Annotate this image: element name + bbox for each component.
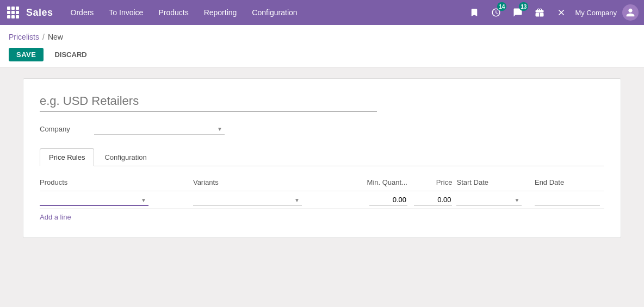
startdate-input[interactable] xyxy=(456,194,522,206)
form-card: Company ▼ Price Rules Configuration xyxy=(23,78,621,238)
breadcrumb-parent[interactable]: Pricelists xyxy=(9,33,39,41)
pricelist-name-input[interactable] xyxy=(40,92,377,112)
form-fields: Company ▼ xyxy=(40,123,604,135)
col-header-startdate: Start Date xyxy=(456,175,534,191)
tab-configuration[interactable]: Configuration xyxy=(95,148,156,166)
add-line-button[interactable]: Add a line xyxy=(40,213,71,221)
discard-button[interactable]: DISCARD xyxy=(48,48,93,61)
col-header-price: Price xyxy=(412,175,457,191)
cell-enddate xyxy=(535,191,604,209)
startdate-wrapper: ▼ xyxy=(456,194,522,206)
cell-startdate: ▼ xyxy=(456,191,534,209)
nav-to-invoice[interactable]: To Invoice xyxy=(102,6,150,19)
col-header-variants: Variants xyxy=(193,175,346,191)
products-input[interactable] xyxy=(40,193,148,206)
topnav-menu: Orders To Invoice Products Reporting Con… xyxy=(64,6,467,19)
breadcrumb: Pricelists / New xyxy=(9,29,635,43)
col-header-enddate: End Date xyxy=(535,175,604,191)
company-label: Company xyxy=(40,125,94,133)
company-name[interactable]: My Company xyxy=(575,9,617,17)
price-rules-table: Products Variants Min. Quant... Price St… xyxy=(40,175,604,209)
app-title: Sales xyxy=(26,7,53,18)
breadcrumb-separator: / xyxy=(42,33,45,41)
messages-badge: 13 xyxy=(519,2,528,11)
col-header-minquant: Min. Quant... xyxy=(346,175,412,191)
enddate-input[interactable] xyxy=(535,194,600,206)
activity-icon-btn[interactable]: 14 xyxy=(488,4,504,21)
minquant-input[interactable]: 0.00 xyxy=(369,194,407,206)
company-select-wrapper: ▼ xyxy=(94,123,225,135)
cell-products: ▼ xyxy=(40,191,193,209)
company-row: Company ▼ xyxy=(40,123,604,135)
price-input[interactable]: 0.00 xyxy=(414,194,452,206)
cell-variants: ▼ xyxy=(193,191,346,209)
nav-products[interactable]: Products xyxy=(152,6,195,19)
messages-icon-btn[interactable]: 13 xyxy=(510,4,526,21)
tabs: Price Rules Configuration xyxy=(40,148,604,166)
main-content: Company ▼ Price Rules Configuration xyxy=(0,67,644,307)
page-header: Pricelists / New SAVE DISCARD xyxy=(0,25,644,67)
save-button[interactable]: SAVE xyxy=(9,48,44,61)
bookmark-icon-btn[interactable] xyxy=(466,4,482,21)
variants-select[interactable] xyxy=(193,194,302,206)
grid-menu-icon[interactable] xyxy=(5,7,21,18)
nav-orders[interactable]: Orders xyxy=(64,6,101,19)
price-rules-table-container: Products Variants Min. Quant... Price St… xyxy=(40,166,604,221)
activity-badge: 14 xyxy=(497,2,506,11)
cell-price: 0.00 xyxy=(412,191,457,209)
nav-configuration[interactable]: Configuration xyxy=(245,6,304,19)
gift-icon-btn[interactable] xyxy=(531,4,548,21)
tab-price-rules[interactable]: Price Rules xyxy=(40,148,94,166)
close-icon-btn[interactable] xyxy=(553,4,569,21)
variants-select-wrapper: ▼ xyxy=(193,194,302,206)
nav-reporting[interactable]: Reporting xyxy=(197,6,244,19)
company-select[interactable] xyxy=(94,123,225,135)
toolbar: SAVE DISCARD xyxy=(9,43,635,67)
user-avatar[interactable] xyxy=(622,4,639,21)
products-input-wrapper: ▼ xyxy=(40,193,148,206)
topnav-right: 14 13 My Company xyxy=(466,4,639,21)
breadcrumb-current: New xyxy=(48,33,63,41)
cell-minquant: 0.00 xyxy=(346,191,412,209)
col-header-products: Products xyxy=(40,175,193,191)
tabs-container: Price Rules Configuration xyxy=(40,148,604,166)
topnav: Sales Orders To Invoice Products Reporti… xyxy=(0,0,644,25)
table-row: ▼ ▼ 0.00 xyxy=(40,191,604,209)
